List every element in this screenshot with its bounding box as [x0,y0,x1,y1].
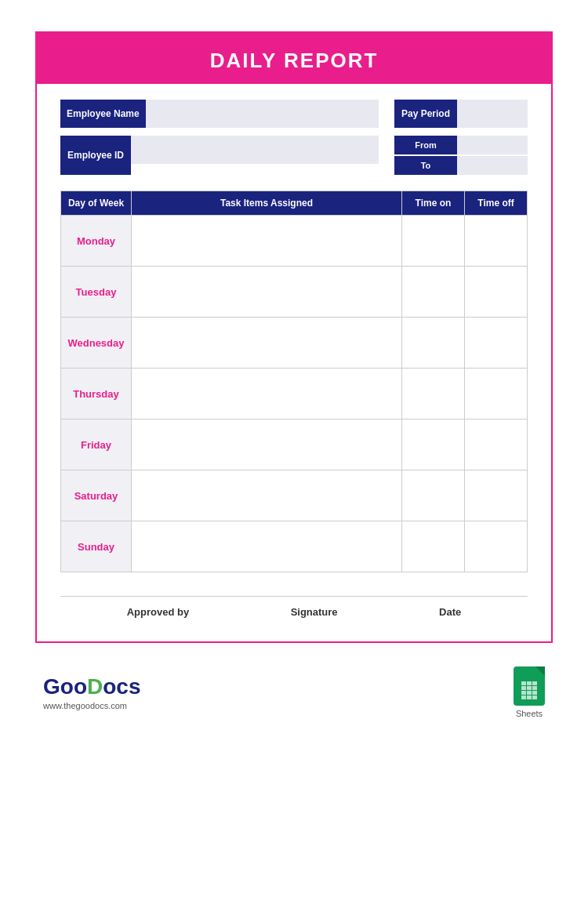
signature-label: Signature [291,606,338,618]
report-container: DAILY REPORT Employee Name Pay Period Em… [35,36,553,643]
grid-cell [521,686,526,690]
grid-cell [532,691,537,695]
table-row: Sunday [61,521,528,572]
grid-cell [527,691,532,695]
from-to-section: From To [394,136,528,175]
employee-name-input[interactable] [146,100,379,128]
time-off-friday[interactable] [465,419,528,470]
table-row: Wednesday [61,318,528,369]
report-title: DAILY REPORT [37,49,551,73]
time-off-sunday[interactable] [465,521,528,572]
from-row: From [394,136,528,154]
task-saturday[interactable] [132,470,402,521]
table-row: Tuesday [61,267,528,318]
footer-section: Approved by Signature Date [60,596,528,618]
time-on-tuesday[interactable] [402,267,465,318]
task-monday[interactable] [132,216,402,267]
brand-goo: Goo [43,674,87,699]
day-monday: Monday [61,216,132,267]
day-friday: Friday [61,419,132,470]
date-label: Date [439,606,461,618]
time-off-saturday[interactable] [465,470,528,521]
employee-id-row: Employee ID From To [60,136,528,175]
table-row: Saturday [61,470,528,521]
grid-cell [532,681,537,685]
grid-cell [532,686,537,690]
time-off-tuesday[interactable] [465,267,528,318]
brand-ocs: ocs [103,674,140,699]
employee-id-input[interactable] [131,136,379,164]
time-on-sunday[interactable] [402,521,465,572]
day-sunday: Sunday [61,521,132,572]
sheets-icon-container: Sheets [514,666,545,718]
sheets-label: Sheets [516,709,543,718]
col-time-on: Time on [402,191,465,216]
time-off-wednesday[interactable] [465,318,528,369]
table-header-row: Day of Week Task Items Assigned Time on … [61,191,528,216]
report-table: Day of Week Task Items Assigned Time on … [60,191,528,572]
day-saturday: Saturday [61,470,132,521]
to-row: To [394,156,528,175]
time-on-thursday[interactable] [402,369,465,419]
pay-period-field: Pay Period [394,100,528,128]
from-input[interactable] [457,136,528,154]
brand-left: GooDocs www.thegoodocs.com [43,674,140,710]
fields-section: Employee Name Pay Period Employee ID Fro… [60,100,528,175]
grid-cell [521,691,526,695]
brand-url: www.thegoodocs.com [43,701,140,710]
day-thursday: Thursday [61,369,132,419]
time-off-monday[interactable] [465,216,528,267]
report-body: Employee Name Pay Period Employee ID Fro… [37,84,551,641]
brand-logo: GooDocs [43,674,140,699]
time-on-saturday[interactable] [402,470,465,521]
grid-cell [527,695,532,699]
task-tuesday[interactable] [132,267,402,318]
grid-cell [521,681,526,685]
task-friday[interactable] [132,419,402,470]
time-on-wednesday[interactable] [402,318,465,369]
time-off-thursday[interactable] [465,369,528,419]
approved-by-label: Approved by [127,606,189,618]
grid-cell [527,686,532,690]
table-row: Friday [61,419,528,470]
grid-cell [527,681,532,685]
employee-id-label: Employee ID [60,136,131,175]
employee-name-row: Employee Name Pay Period [60,100,528,128]
to-label: To [394,156,457,175]
report-header: DAILY REPORT [37,38,551,84]
day-wednesday: Wednesday [61,318,132,369]
sheets-grid [517,669,541,704]
table-row: Monday [61,216,528,267]
table-row: Thursday [61,369,528,419]
branding-section: GooDocs www.thegoodocs.com [35,666,553,718]
grid-cell [532,695,537,699]
task-thursday[interactable] [132,369,402,419]
time-on-friday[interactable] [402,419,465,470]
task-sunday[interactable] [132,521,402,572]
from-label: From [394,136,457,154]
pay-period-input[interactable] [457,100,528,128]
col-day-of-week: Day of Week [61,191,132,216]
day-tuesday: Tuesday [61,267,132,318]
col-task-items: Task Items Assigned [132,191,402,216]
sheets-icon-img [514,666,545,706]
grid-cell [521,695,526,699]
pay-period-label: Pay Period [394,100,457,128]
col-time-off: Time off [465,191,528,216]
task-wednesday[interactable] [132,318,402,369]
to-input[interactable] [457,156,528,175]
time-on-monday[interactable] [402,216,465,267]
brand-d: D [87,674,103,699]
employee-name-label: Employee Name [60,100,146,128]
